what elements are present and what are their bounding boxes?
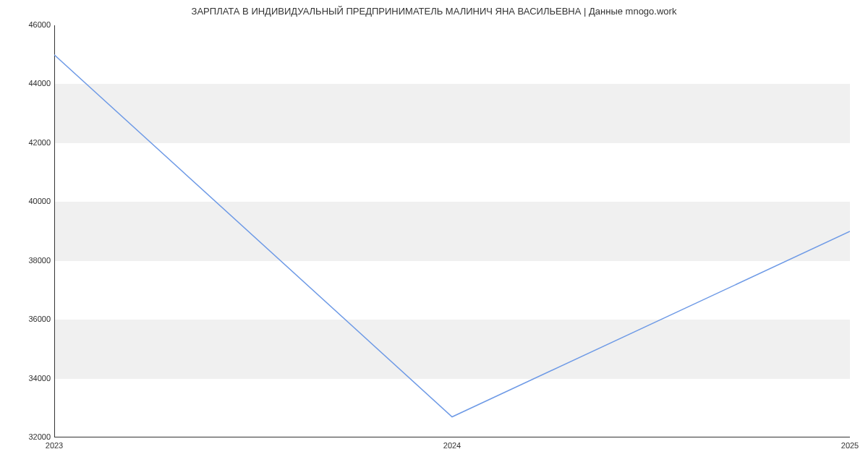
x-tick-label: 2024 (443, 441, 461, 450)
y-tick-label: 42000 (7, 138, 51, 147)
x-axis (54, 437, 850, 437)
y-tick-label: 32000 (7, 432, 51, 441)
y-tick-label: 46000 (7, 20, 51, 29)
chart-title: ЗАРПЛАТА В ИНДИВИДУАЛЬНЫЙ ПРЕДПРИНИМАТЕЛ… (0, 6, 868, 17)
x-tick-label: 2023 (46, 441, 63, 450)
grid-band (54, 202, 850, 260)
chart-container: ЗАРПЛАТА В ИНДИВИДУАЛЬНЫЙ ПРЕДПРИНИМАТЕЛ… (0, 0, 868, 470)
grid-band (54, 320, 850, 378)
grid-band (54, 84, 850, 142)
y-tick-label: 34000 (7, 374, 51, 383)
y-tick-label: 38000 (7, 256, 51, 265)
plot-area (54, 25, 850, 437)
x-tick-label: 2025 (841, 441, 859, 450)
y-tick-label: 44000 (7, 79, 51, 87)
y-axis (54, 25, 55, 437)
y-tick-label: 36000 (7, 315, 51, 323)
y-tick-label: 40000 (7, 197, 51, 205)
